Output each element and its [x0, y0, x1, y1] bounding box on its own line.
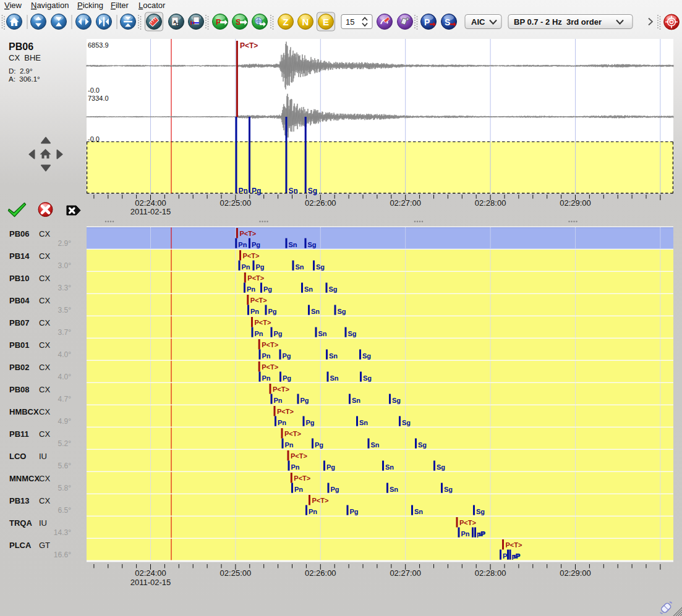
svg-text:14.3°: 14.3° [54, 528, 71, 537]
svg-text:Sn: Sn [414, 508, 423, 515]
svg-text:CX: CX [39, 296, 50, 305]
svg-text:Pg: Pg [283, 352, 291, 360]
svg-text:15: 15 [346, 17, 354, 27]
svg-text:P<T>: P<T> [250, 297, 267, 304]
svg-text:PB07: PB07 [9, 318, 30, 327]
svg-text:CX: CX [39, 429, 50, 439]
svg-text:TRQA: TRQA [9, 518, 32, 528]
svg-text:View: View [4, 1, 22, 10]
svg-text:4.0°: 4.0° [58, 373, 72, 381]
svg-text:CX: CX [39, 274, 50, 283]
svg-text:Locator: Locator [139, 1, 166, 10]
svg-text:P<T>: P<T> [277, 408, 294, 415]
svg-text:Pg: Pg [301, 397, 309, 404]
svg-text:6.5°: 6.5° [58, 506, 72, 515]
svg-text:3.7°: 3.7° [58, 328, 72, 337]
svg-text:PLCA: PLCA [9, 541, 32, 550]
svg-text:S: S [445, 17, 450, 27]
svg-text:PB04: PB04 [9, 296, 30, 305]
svg-text:CX: CX [39, 385, 50, 394]
svg-text:PB13: PB13 [9, 496, 30, 505]
svg-text:Pg: Pg [252, 187, 261, 195]
svg-text:HMBCX: HMBCX [9, 407, 39, 416]
svg-text:P<T>: P<T> [291, 452, 307, 460]
svg-text:Sg: Sg [329, 285, 338, 293]
svg-text:PB01: PB01 [9, 340, 30, 350]
svg-text:P<T>: P<T> [506, 541, 522, 549]
svg-text:4.9°: 4.9° [58, 417, 72, 426]
svg-text:Sg: Sg [308, 241, 317, 248]
svg-text:PB06: PB06 [9, 229, 30, 238]
svg-text:Pn: Pn [278, 419, 286, 426]
svg-text:02:25:00: 02:25:00 [220, 198, 252, 208]
svg-text:Picking: Picking [77, 1, 103, 10]
svg-text:Sn: Sn [390, 486, 398, 493]
svg-text:Filter: Filter [111, 1, 129, 10]
svg-text:PB14: PB14 [9, 251, 30, 261]
svg-text:Sg: Sg [363, 374, 372, 382]
svg-text:Sg: Sg [316, 263, 325, 271]
svg-text:Sn: Sn [359, 419, 368, 426]
svg-text:Pg: Pg [252, 241, 260, 248]
svg-text:Sg: Sg [444, 486, 453, 493]
svg-text:P<T>: P<T> [459, 519, 476, 526]
svg-text:P<T>: P<T> [312, 497, 329, 504]
svg-text:P: P [503, 552, 507, 560]
svg-text:E: E [323, 17, 329, 27]
svg-text:Pg: Pg [263, 285, 272, 293]
svg-text:Pg: Pg [315, 441, 323, 449]
svg-text:Sg: Sg [402, 419, 411, 426]
svg-text:Sn: Sn [289, 241, 297, 248]
svg-text:-0.0: -0.0 [88, 86, 100, 94]
svg-text:02:28:00: 02:28:00 [475, 198, 506, 208]
svg-text:PB02: PB02 [9, 363, 30, 372]
svg-text:Sg: Sg [437, 463, 445, 471]
svg-text:Sg: Sg [392, 397, 401, 404]
svg-text:CX BHE: CX BHE [9, 53, 41, 62]
svg-text:02:26:00: 02:26:00 [305, 568, 336, 578]
svg-text:02:27:00: 02:27:00 [390, 198, 421, 208]
svg-text:sP: sP [478, 531, 486, 538]
svg-text:Pn: Pn [274, 397, 283, 404]
svg-text:CX: CX [39, 407, 50, 416]
svg-text:IU: IU [39, 518, 47, 528]
svg-text:Sn: Sn [311, 308, 320, 315]
svg-text:Pg: Pg [268, 308, 277, 315]
svg-text:16.6°: 16.6° [54, 551, 71, 559]
svg-text:02:27:00: 02:27:00 [390, 568, 421, 578]
svg-text:Pn: Pn [238, 241, 247, 248]
svg-text:Sn: Sn [385, 463, 394, 471]
svg-text:2011-02-15: 2011-02-15 [130, 578, 171, 587]
svg-text:7334.0: 7334.0 [88, 95, 109, 102]
svg-text:Pg: Pg [256, 263, 265, 271]
svg-text:3.0°: 3.0° [58, 261, 72, 270]
svg-text:IU: IU [39, 452, 47, 461]
svg-text:Pn: Pn [242, 263, 250, 271]
svg-text:5.2°: 5.2° [58, 439, 72, 448]
svg-text:CX: CX [39, 363, 50, 372]
svg-text:P<T>: P<T> [239, 230, 256, 237]
svg-text:02:28:00: 02:28:00 [475, 568, 506, 578]
svg-text:Sg: Sg [348, 330, 357, 337]
svg-text:Sn: Sn [371, 441, 380, 449]
svg-text:CX: CX [39, 496, 50, 505]
svg-text:Sn: Sn [304, 285, 313, 293]
svg-text:P<T>: P<T> [243, 252, 260, 259]
svg-text:2011-02-15: 2011-02-15 [130, 207, 171, 216]
svg-text:Sn: Sn [289, 187, 298, 195]
svg-text:N: N [302, 17, 309, 27]
svg-text:02:25:00: 02:25:00 [220, 568, 252, 578]
svg-text:D: 2.9°: D: 2.9° [9, 67, 32, 75]
svg-text:2.9°: 2.9° [58, 239, 72, 248]
svg-text:Pg: Pg [306, 419, 315, 426]
svg-text:BP 0.7 - 2 Hz 3rd order: BP 0.7 - 2 Hz 3rd order [514, 17, 602, 27]
svg-text:P: P [424, 17, 430, 27]
svg-text:Sn: Sn [318, 330, 327, 337]
svg-text:P<T>: P<T> [273, 386, 289, 393]
svg-text:P<T>: P<T> [247, 274, 264, 282]
svg-text:CX: CX [39, 251, 50, 261]
svg-text:AIC: AIC [471, 17, 485, 27]
svg-text:Pn: Pn [294, 486, 303, 493]
svg-text:Sn: Sn [352, 397, 360, 404]
svg-text:GT: GT [39, 541, 50, 550]
